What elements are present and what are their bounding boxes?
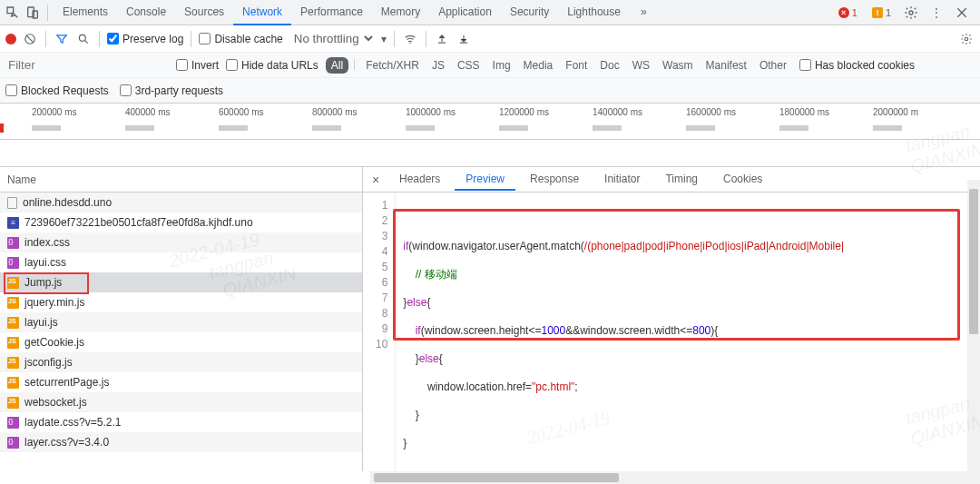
js-file-icon — [7, 297, 19, 309]
timeline-tick: 1200000 ms — [499, 107, 549, 117]
vertical-scrollbar[interactable] — [967, 180, 980, 484]
request-row[interactable]: layui.css — [0, 252, 362, 272]
request-name: Jump.js — [24, 276, 62, 289]
timeline-tick: 1000000 ms — [406, 107, 456, 117]
detail-tab-timing[interactable]: Timing — [654, 169, 709, 191]
tab-application[interactable]: Application — [429, 0, 501, 25]
tab-sources[interactable]: Sources — [175, 0, 233, 25]
device-toggle-icon[interactable] — [24, 4, 42, 22]
request-row[interactable]: getCookie.js — [0, 332, 362, 352]
hide-data-urls-checkbox[interactable]: Hide data URLs — [226, 59, 318, 72]
inspect-icon[interactable] — [4, 4, 22, 22]
js-file-icon — [7, 277, 19, 289]
third-party-checkbox[interactable]: 3rd-party requests — [120, 84, 223, 97]
request-row[interactable]: ≡723960ef73221be0501cfa8f7ee0fd8a.kjhdf.… — [0, 212, 362, 232]
tab-console[interactable]: Console — [117, 0, 175, 25]
record-button[interactable] — [5, 34, 16, 44]
disable-cache-label: Disable cache — [214, 33, 282, 45]
blocked-requests-label: Blocked Requests — [21, 84, 109, 97]
gear-icon[interactable] — [902, 4, 920, 22]
download-icon[interactable] — [456, 31, 472, 47]
tab-network[interactable]: Network — [233, 0, 291, 25]
filter-type-wasm[interactable]: Wasm — [657, 57, 699, 74]
filter-type-manifest[interactable]: Manifest — [701, 57, 752, 74]
tab-security[interactable]: Security — [501, 0, 558, 25]
request-name: jsconfig.js — [24, 356, 73, 369]
warning-badge[interactable]: !1 — [868, 6, 895, 19]
horizontal-scrollbar[interactable] — [370, 471, 980, 484]
filter-type-all[interactable]: All — [326, 57, 348, 74]
blocked-requests-checkbox[interactable]: Blocked Requests — [5, 84, 109, 97]
search-icon[interactable] — [75, 31, 92, 47]
filter-type-fetch-xhr[interactable]: Fetch/XHR — [360, 57, 425, 74]
separator — [394, 31, 395, 47]
filter-input[interactable] — [5, 55, 169, 74]
request-row[interactable]: laydate.css?v=5.2.1 — [0, 412, 362, 432]
clear-icon[interactable] — [22, 31, 38, 47]
preserve-log-checkbox[interactable]: Preserve log — [107, 33, 183, 45]
filter-type-css[interactable]: CSS — [452, 57, 485, 74]
detail-tab-initiator[interactable]: Initiator — [593, 169, 651, 191]
request-row[interactable]: jquery.min.js — [0, 292, 362, 312]
top-right-controls: ×1 !1 ⋮ — [835, 4, 976, 22]
filter-bar: Invert Hide data URLs All|Fetch/XHRJSCSS… — [0, 53, 980, 78]
css-file-icon — [7, 437, 19, 449]
invert-checkbox[interactable]: Invert — [176, 59, 219, 72]
js-file-icon — [7, 317, 19, 329]
timeline-tick: 1800000 ms — [779, 107, 829, 117]
request-row[interactable]: layui.js — [0, 312, 362, 332]
tab-lighthouse[interactable]: Lighthouse — [558, 0, 630, 25]
doc-file-icon — [7, 197, 17, 209]
request-row[interactable]: Jump.js — [0, 272, 362, 292]
request-name: layui.js — [24, 316, 58, 329]
detail-tab-preview[interactable]: Preview — [455, 169, 515, 191]
wifi-icon[interactable] — [402, 31, 418, 47]
request-row[interactable]: setcurrentPage.js — [0, 372, 362, 392]
upload-icon[interactable] — [434, 31, 450, 47]
tab-memory[interactable]: Memory — [372, 0, 429, 25]
svg-point-2 — [909, 11, 913, 15]
name-column-header[interactable]: Name — [0, 167, 362, 193]
gear-icon[interactable] — [958, 31, 975, 47]
timeline-tick: 800000 ms — [312, 107, 357, 117]
separator — [191, 31, 191, 47]
filter-type-js[interactable]: JS — [426, 57, 450, 74]
throttling-select[interactable]: No throttling — [289, 29, 376, 48]
timeline-overview[interactable]: 200000 ms400000 ms600000 ms800000 ms1000… — [0, 104, 980, 140]
request-name: jquery.min.js — [24, 296, 84, 309]
detail-tab-cookies[interactable]: Cookies — [712, 169, 773, 191]
error-badge[interactable]: ×1 — [835, 6, 861, 19]
tab-performance[interactable]: Performance — [291, 0, 372, 25]
js-file-icon — [7, 397, 19, 409]
css-file-icon — [7, 417, 19, 429]
filter-type-doc[interactable]: Doc — [594, 57, 624, 74]
more-tabs[interactable]: » — [632, 0, 656, 25]
request-row[interactable]: index.css — [0, 232, 362, 252]
preview-pane[interactable]: 12345678910 if(window.navigator.userAgen… — [363, 193, 980, 471]
kebab-icon[interactable]: ⋮ — [927, 4, 946, 22]
detail-tab-response[interactable]: Response — [519, 169, 590, 191]
has-blocked-cookies-checkbox[interactable]: Has blocked cookies — [799, 59, 915, 72]
filter-type-img[interactable]: Img — [487, 57, 516, 74]
css-file-icon — [7, 257, 19, 269]
request-row[interactable]: layer.css?v=3.4.0 — [0, 432, 362, 452]
filter-type-ws[interactable]: WS — [627, 57, 655, 74]
detail-tab-headers[interactable]: Headers — [388, 169, 451, 191]
request-row[interactable]: jsconfig.js — [0, 352, 362, 372]
filter-type-font[interactable]: Font — [560, 57, 593, 74]
has-blocked-label: Has blocked cookies — [815, 59, 915, 72]
close-icon[interactable] — [953, 4, 971, 22]
filter-type-media[interactable]: Media — [518, 57, 559, 74]
third-party-label: 3rd-party requests — [135, 84, 223, 97]
tab-elements[interactable]: Elements — [54, 0, 117, 25]
js-file-icon — [7, 337, 19, 349]
close-detail-icon[interactable]: × — [367, 173, 385, 187]
filter-icon[interactable] — [54, 31, 70, 47]
request-row[interactable]: online.hdesdd.uno — [0, 193, 362, 212]
disable-cache-checkbox[interactable]: Disable cache — [199, 33, 282, 45]
js-file-icon — [7, 377, 19, 389]
request-row[interactable]: websocket.js — [0, 392, 362, 412]
filter-type-other[interactable]: Other — [754, 57, 792, 74]
request-name: websocket.js — [24, 396, 87, 409]
chevron-down-icon: ▾ — [381, 33, 387, 45]
